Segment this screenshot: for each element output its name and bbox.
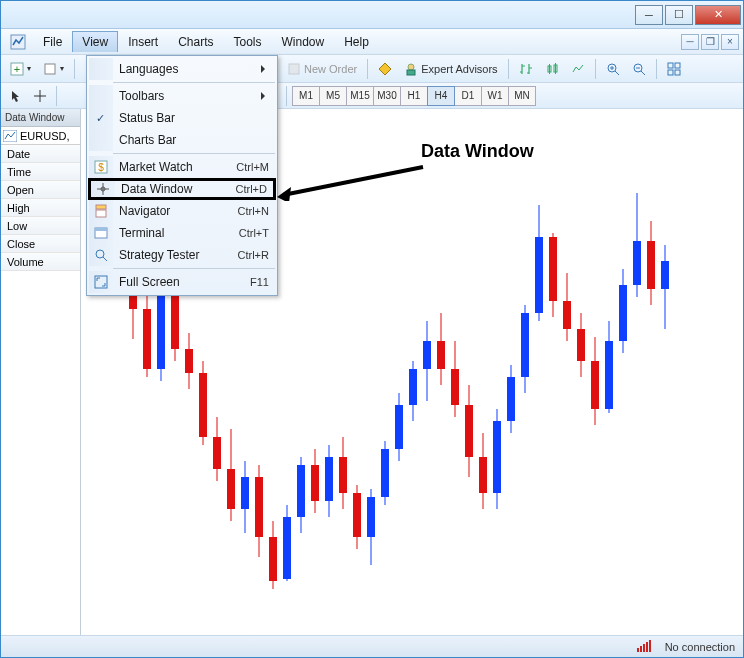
svg-line-13 bbox=[615, 71, 619, 75]
svg-rect-19 bbox=[668, 63, 673, 68]
close-icon: ✕ bbox=[714, 8, 723, 21]
mdi-minimize-button[interactable]: ─ bbox=[681, 34, 699, 50]
menu-window[interactable]: Window bbox=[272, 31, 335, 53]
svg-rect-21 bbox=[668, 70, 673, 75]
svg-rect-3 bbox=[45, 64, 55, 74]
data-row-low: Low bbox=[1, 217, 80, 235]
candle bbox=[633, 109, 641, 609]
cursor-button[interactable] bbox=[5, 85, 27, 107]
menu-data-window[interactable]: Data WindowCtrl+D bbox=[88, 178, 276, 200]
minimize-icon: ─ bbox=[645, 9, 653, 21]
timeframe-mn[interactable]: MN bbox=[508, 86, 536, 106]
mdi-close-button[interactable]: × bbox=[721, 34, 739, 50]
svg-rect-22 bbox=[675, 70, 680, 75]
candle bbox=[493, 109, 501, 609]
menu-languages[interactable]: Languages bbox=[89, 58, 275, 80]
candle-chart-button[interactable] bbox=[540, 58, 564, 80]
minimize-button[interactable]: ─ bbox=[635, 5, 663, 25]
status-text: No connection bbox=[665, 641, 735, 653]
candle bbox=[563, 109, 571, 609]
svg-rect-34 bbox=[95, 228, 107, 231]
svg-marker-5 bbox=[379, 63, 391, 75]
menu-insert[interactable]: Insert bbox=[118, 31, 168, 53]
candle bbox=[591, 109, 599, 609]
menu-file[interactable]: File bbox=[33, 31, 72, 53]
data-row-close: Close bbox=[1, 235, 80, 253]
chart-icon bbox=[3, 130, 17, 142]
titlebar: ─ ☐ ✕ bbox=[1, 1, 743, 29]
tile-button[interactable] bbox=[662, 58, 686, 80]
menu-market-watch[interactable]: $Market WatchCtrl+M bbox=[89, 156, 275, 178]
menu-toolbars[interactable]: Toolbars bbox=[89, 85, 275, 107]
terminal-icon bbox=[89, 222, 113, 244]
candle bbox=[451, 109, 459, 609]
svg-marker-39 bbox=[277, 187, 291, 201]
zoom-in-button[interactable] bbox=[601, 58, 625, 80]
menu-charts[interactable]: Charts bbox=[168, 31, 223, 53]
new-order-button[interactable]: New Order bbox=[282, 58, 362, 80]
expert-advisors-button[interactable]: Expert Advisors bbox=[399, 58, 502, 80]
menu-view[interactable]: View bbox=[72, 31, 118, 52]
timeframe-d1[interactable]: D1 bbox=[454, 86, 482, 106]
timeframe-h4[interactable]: H4 bbox=[427, 86, 455, 106]
svg-rect-41 bbox=[640, 646, 642, 652]
menu-charts-bar[interactable]: Charts Bar bbox=[89, 129, 275, 151]
timeframe-m1[interactable]: M1 bbox=[292, 86, 320, 106]
timeframe-m5[interactable]: M5 bbox=[319, 86, 347, 106]
profiles-button[interactable]: ▾ bbox=[38, 58, 69, 80]
statusbar: No connection bbox=[1, 635, 743, 657]
data-row-open: Open bbox=[1, 181, 80, 199]
mdi-restore-button[interactable]: ❐ bbox=[701, 34, 719, 50]
menu-navigator[interactable]: NavigatorCtrl+N bbox=[89, 200, 275, 222]
candle bbox=[521, 109, 529, 609]
new-chart-button[interactable]: +▾ bbox=[5, 58, 36, 80]
data-row-high: High bbox=[1, 199, 80, 217]
data-row-volume: Volume bbox=[1, 253, 80, 271]
svg-rect-31 bbox=[96, 205, 106, 209]
svg-rect-20 bbox=[675, 63, 680, 68]
menu-tools[interactable]: Tools bbox=[224, 31, 272, 53]
crosshair-button[interactable] bbox=[29, 85, 51, 107]
svg-point-6 bbox=[408, 64, 414, 70]
timeframe-h1[interactable]: H1 bbox=[400, 86, 428, 106]
data-row-time: Time bbox=[1, 163, 80, 181]
navigator-icon bbox=[89, 200, 113, 222]
timeframe-m15[interactable]: M15 bbox=[346, 86, 374, 106]
menu-status-bar[interactable]: Status Bar bbox=[89, 107, 275, 129]
menu-strategy-tester[interactable]: Strategy TesterCtrl+R bbox=[89, 244, 275, 266]
full-screen-icon bbox=[89, 271, 113, 293]
callout-label: Data Window bbox=[421, 141, 534, 162]
candle bbox=[437, 109, 445, 609]
strategy-tester-icon bbox=[89, 244, 113, 266]
symbol-row: EURUSD, bbox=[1, 127, 80, 145]
timeframe-group: M1M5M15M30H1H4D1W1MN bbox=[292, 86, 535, 106]
symbol-label: EURUSD, bbox=[20, 130, 70, 142]
bar-chart-button[interactable] bbox=[514, 58, 538, 80]
svg-text:+: + bbox=[14, 63, 20, 75]
data-window-panel: Data Window EURUSD, DateTimeOpenHighLowC… bbox=[1, 109, 81, 635]
svg-rect-42 bbox=[643, 644, 645, 652]
svg-line-36 bbox=[103, 257, 107, 261]
menu-full-screen[interactable]: Full ScreenF11 bbox=[89, 271, 275, 293]
svg-rect-43 bbox=[646, 642, 648, 652]
line-chart-button[interactable] bbox=[566, 58, 590, 80]
svg-line-38 bbox=[283, 167, 423, 195]
app-icon bbox=[9, 33, 27, 51]
data-window-icon bbox=[91, 181, 115, 197]
timeframe-m30[interactable]: M30 bbox=[373, 86, 401, 106]
market-watch-icon: $ bbox=[89, 156, 113, 178]
close-button[interactable]: ✕ bbox=[695, 5, 741, 25]
zoom-out-button[interactable] bbox=[627, 58, 651, 80]
menu-help[interactable]: Help bbox=[334, 31, 379, 53]
menu-terminal[interactable]: TerminalCtrl+T bbox=[89, 222, 275, 244]
view-dropdown: Languages Toolbars Status Bar Charts Bar… bbox=[86, 55, 278, 296]
timeframe-w1[interactable]: W1 bbox=[481, 86, 509, 106]
meta-icon[interactable] bbox=[373, 58, 397, 80]
svg-rect-7 bbox=[407, 70, 415, 75]
maximize-icon: ☐ bbox=[674, 8, 684, 21]
maximize-button[interactable]: ☐ bbox=[665, 5, 693, 25]
candle bbox=[605, 109, 613, 609]
app-window: ─ ☐ ✕ File View Insert Charts Tools Wind… bbox=[0, 0, 744, 658]
panel-tab[interactable]: Data Window bbox=[1, 109, 80, 127]
candle bbox=[549, 109, 557, 609]
